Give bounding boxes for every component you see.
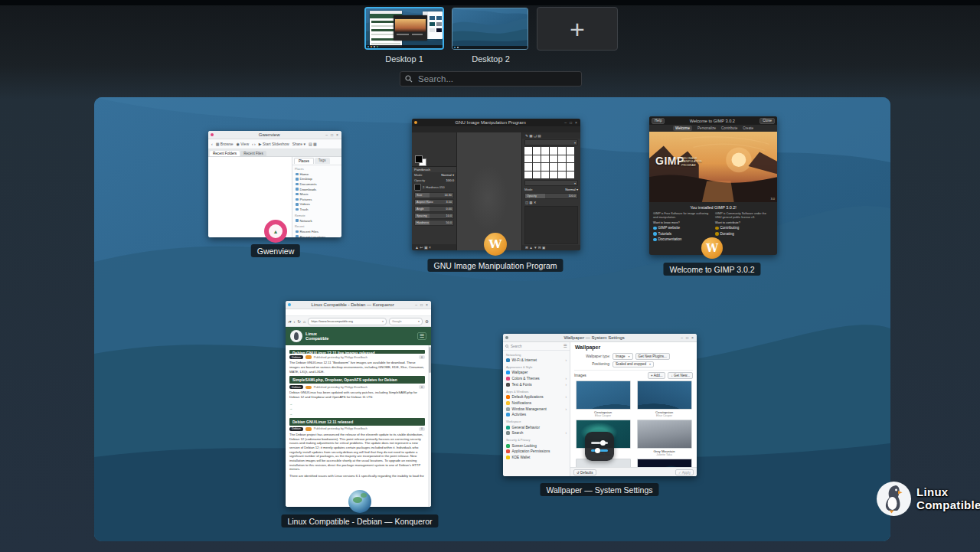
sidebar-item[interactable]: Window Management [503, 406, 570, 412]
help-button[interactable]: Help [652, 118, 665, 124]
scrollbar[interactable] [428, 345, 431, 507]
maximize-button[interactable]: □ [420, 303, 423, 307]
brushes-size-dropdown[interactable]: ▾ [524, 180, 578, 186]
tool-icon[interactable] [421, 133, 429, 140]
tab-tags[interactable]: Tags [315, 158, 330, 164]
tab-welcome[interactable]: Welcome [673, 126, 692, 131]
maximize-button[interactable]: □ [569, 121, 573, 125]
welcome-link[interactable]: Donating [715, 232, 773, 236]
advisory-link[interactable] [289, 412, 425, 416]
search-input[interactable] [416, 73, 577, 84]
url-bar[interactable]: https://www.linuxcompatible.org▾ [308, 318, 387, 325]
reload-icon[interactable]: ↻ [297, 319, 301, 324]
slideshow-button[interactable]: ▶ Start Slideshow [259, 142, 289, 146]
brush-filter-dropdown[interactable]: ▾ [524, 139, 578, 145]
brush-cell[interactable] [533, 155, 541, 163]
konqueror-icon[interactable] [348, 490, 371, 513]
tool-option-slider[interactable]: Angle0.00 [414, 206, 454, 212]
article-headline[interactable]: SimpleSAMLphp, Dropbear, OpenAFS updates… [289, 376, 425, 384]
tool-icon[interactable] [421, 140, 429, 147]
tab-recent-folders[interactable]: Recent Folders [210, 151, 240, 156]
tab-recent-files[interactable]: Recent Files [240, 151, 266, 156]
sidebar-item[interactable]: Wi-Fi & Internet [503, 358, 570, 364]
brush-cell[interactable] [550, 147, 557, 155]
wallpaper-thumbnail[interactable] [576, 381, 631, 410]
brush-cell[interactable] [524, 171, 532, 179]
tab-create[interactable]: Create [743, 126, 753, 130]
places-item[interactable]: Trash [292, 207, 341, 212]
tool-icon[interactable] [413, 147, 421, 154]
tab-places[interactable]: Places [294, 158, 314, 164]
maximize-button[interactable]: □ [330, 133, 334, 137]
opacity-value[interactable]: 100.0 [446, 178, 454, 182]
places-item[interactable]: Videos [292, 202, 341, 207]
add-image-button[interactable]: + Add... [648, 372, 665, 379]
tool-icon[interactable] [436, 133, 444, 140]
brush-cell[interactable] [541, 171, 549, 179]
brush-cell[interactable] [550, 155, 557, 163]
debian-badge[interactable]: Debian [289, 385, 303, 389]
gimp-window-icon[interactable]: W [484, 233, 507, 256]
places-item[interactable]: Home [292, 171, 341, 177]
minimize-button[interactable]: – [414, 303, 418, 307]
article-headline-clipped[interactable]: Debian GNU/Linux 12.11 live images relea… [289, 350, 425, 354]
places-item[interactable]: Music [292, 191, 341, 197]
gimp-welcome-window[interactable]: Help Welcome to GIMP 3.0.2 Close Welcome… [649, 116, 777, 255]
welcome-link[interactable]: Documentation [653, 237, 711, 241]
brush-cell[interactable] [533, 147, 541, 155]
brush-cell[interactable] [567, 155, 574, 163]
comment-count[interactable]: 0 [419, 355, 425, 359]
tool-icon[interactable] [436, 140, 444, 147]
close-button[interactable]: × [335, 133, 339, 137]
add-desktop-button[interactable]: + [537, 7, 618, 51]
brush-cell[interactable] [567, 147, 574, 155]
close-button[interactable]: Close [760, 118, 775, 124]
tool-icon[interactable] [436, 147, 444, 154]
close-button[interactable]: × [691, 336, 694, 340]
tab-personalize[interactable]: Personalize [697, 126, 716, 130]
brush-cell[interactable] [567, 163, 574, 171]
debian-badge[interactable]: Debian [289, 355, 303, 359]
tool-icon[interactable] [421, 147, 429, 154]
brush-cell[interactable] [550, 163, 557, 171]
places-item[interactable]: Recent Locations [292, 234, 341, 237]
desktop-thumbnail-2[interactable] [452, 8, 528, 50]
wallpaper-thumbnail[interactable] [637, 420, 692, 449]
brush-cell[interactable] [558, 163, 566, 171]
welcome-link[interactable]: GIMP website [653, 226, 711, 230]
search-bar[interactable] [400, 71, 582, 87]
tool-option-slider[interactable]: Size14.30 [414, 192, 454, 198]
settings-gear-icon[interactable]: ⚙ [425, 319, 429, 324]
wallpaper-thumbnail[interactable] [637, 381, 692, 410]
brush-cell[interactable] [524, 147, 532, 155]
gimp-window[interactable]: GNU Image Manipulation Program – □ × Pai… [412, 119, 580, 250]
home-icon[interactable]: ⌂ [303, 319, 305, 324]
brush-cell[interactable] [541, 147, 549, 155]
tool-option-slider[interactable]: Aspect Ratio3.50 [414, 199, 454, 205]
close-button[interactable]: × [425, 303, 429, 307]
toolbox-footer-icons[interactable]: ▲ ↩ ▣ × [412, 244, 456, 250]
get-new-plugins-button[interactable]: Get New Plugins... [635, 353, 670, 360]
close-button[interactable]: × [574, 121, 578, 125]
places-item[interactable]: Recent Files [292, 229, 341, 234]
brush-cell[interactable] [558, 171, 566, 179]
article-headline[interactable]: Debian GNU/Linux 12.11 released [289, 418, 425, 426]
sidebar-item[interactable]: Wallpaper [503, 370, 570, 376]
brush-cell[interactable] [533, 163, 541, 171]
brush-cell[interactable] [567, 171, 574, 179]
brush-cell[interactable] [541, 163, 549, 171]
sidebar-item[interactable]: KDE Wallet [503, 455, 570, 461]
site-logo-penguin-icon[interactable] [290, 330, 302, 342]
positioning-dropdown[interactable]: Scaled and cropped▾ [612, 361, 654, 368]
sidebar-item[interactable]: Screen Locking [503, 443, 570, 449]
sidebar-item[interactable]: Colors & Themes [503, 376, 570, 382]
tool-icon[interactable] [429, 147, 436, 154]
tool-icon[interactable] [444, 147, 452, 154]
web-search-field[interactable]: Google▾ [389, 318, 423, 325]
view-mode-icons[interactable]: ▤ ▦ [309, 142, 317, 146]
brush-cell[interactable] [550, 171, 557, 179]
tab-contribute[interactable]: Contribute [721, 126, 737, 130]
back-icon[interactable]: ‹ [211, 142, 213, 146]
tool-icon[interactable] [444, 133, 452, 140]
brush-cell[interactable] [524, 155, 532, 163]
